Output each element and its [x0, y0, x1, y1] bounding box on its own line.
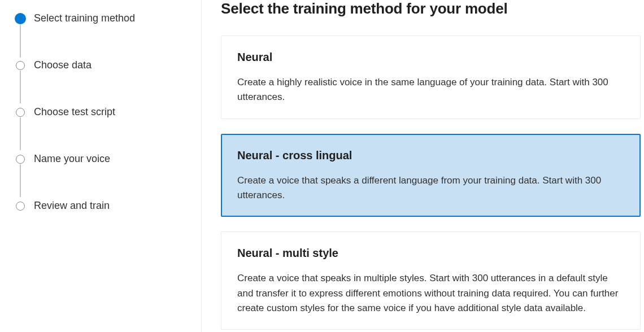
option-neural-cross-lingual[interactable]: Neural - cross lingual Create a voice th…: [221, 134, 641, 217]
step-name-your-voice[interactable]: Name your voice: [16, 153, 190, 165]
step-indicator-icon: [15, 13, 26, 24]
step-label: Select training method: [34, 12, 135, 24]
option-description: Create a voice that speaks a different l…: [237, 173, 624, 203]
step-connector: [20, 71, 21, 103]
step-label: Review and train: [34, 200, 110, 212]
step-indicator-icon: [16, 108, 25, 117]
option-title: Neural - cross lingual: [237, 149, 624, 162]
step-indicator-icon: [16, 155, 25, 164]
option-neural[interactable]: Neural Create a highly realistic voice i…: [221, 36, 641, 119]
option-description: Create a voice that speaks in multiple s…: [237, 271, 624, 316]
step-indicator-icon: [16, 61, 25, 70]
main-content: Select the training method for your mode…: [202, 0, 644, 332]
step-connector: [20, 25, 21, 58]
step-label: Choose data: [34, 59, 92, 71]
wizard-steps-list: Select training method Choose data Choos…: [16, 12, 190, 212]
option-title: Neural: [237, 51, 624, 64]
step-select-training-method[interactable]: Select training method: [16, 12, 190, 24]
step-connector: [20, 117, 21, 150]
page-title: Select the training method for your mode…: [221, 0, 644, 18]
training-method-options: Neural Create a highly realistic voice i…: [221, 36, 644, 330]
step-label: Name your voice: [34, 153, 110, 165]
page-layout: Select training method Choose data Choos…: [0, 0, 644, 332]
wizard-sidebar: Select training method Choose data Choos…: [0, 0, 202, 332]
step-indicator-icon: [16, 202, 25, 211]
step-review-and-train[interactable]: Review and train: [16, 200, 190, 212]
step-connector: [20, 164, 21, 197]
option-description: Create a highly realistic voice in the s…: [237, 75, 624, 105]
option-title: Neural - multi style: [237, 247, 624, 260]
option-neural-multi-style[interactable]: Neural - multi style Create a voice that…: [221, 231, 641, 330]
step-label: Choose test script: [34, 106, 115, 118]
step-choose-data[interactable]: Choose data: [16, 59, 190, 71]
step-choose-test-script[interactable]: Choose test script: [16, 106, 190, 118]
